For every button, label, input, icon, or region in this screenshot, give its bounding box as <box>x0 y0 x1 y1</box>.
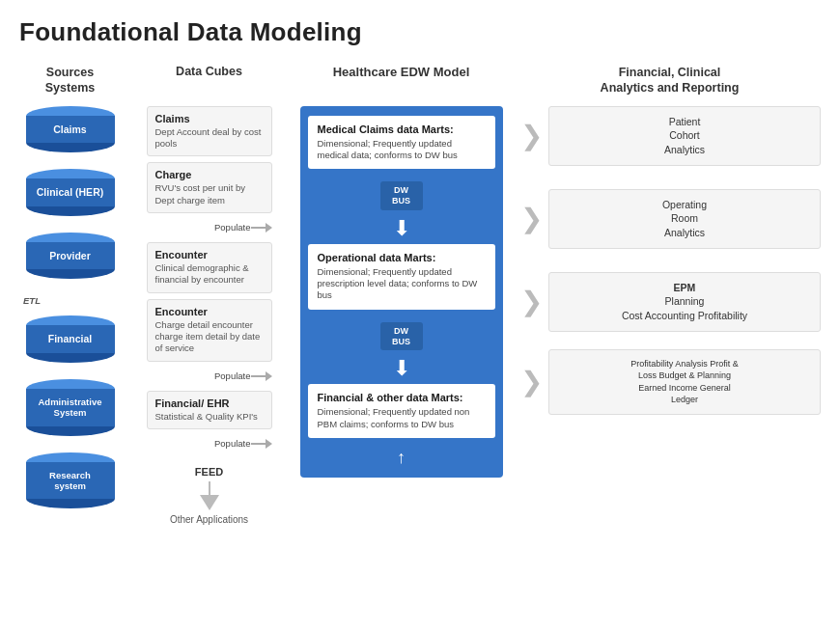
body-row: Claims Clinical (HER) Provider ETL <box>19 106 821 525</box>
cyl-top <box>26 452 115 462</box>
edw-mart-operational: Operational data Marts: Dimensional; Fre… <box>308 244 495 310</box>
header-analytics: Financial, ClinicalAnalytics and Reporti… <box>518 65 821 96</box>
dc-encounter-1: Encounter Clinical demographic & financi… <box>147 242 272 293</box>
cyl-top <box>26 106 115 116</box>
source-provider: Provider <box>26 233 115 280</box>
populate-text-3: Populate <box>214 438 251 449</box>
dw-bus-section-1: DWBUS ⬇ <box>308 178 495 241</box>
header-row: SourcesSystems Data Cubes Healthcare EDW… <box>19 65 821 96</box>
cyl-bot <box>26 206 115 216</box>
dc-claims: Claims Dept Account deal by cost pools <box>147 106 272 157</box>
dc-encounter-2: Encounter Charge detail encounter charge… <box>147 299 272 362</box>
section-sources: Claims Clinical (HER) Provider ETL <box>19 106 121 518</box>
analytics-epm: EPMPlanningCost Accounting Profitability <box>548 272 821 332</box>
edw-mart-financial-desc: Dimensional; Frequently updated non PBM … <box>318 406 486 430</box>
cyl-label-administrative: AdministrativeSystem <box>26 389 115 426</box>
page-title: Foundational Data Modeling <box>19 17 821 47</box>
dc-encounter-2-desc: Charge detail encounter charge item deta… <box>155 319 264 355</box>
dc-encounter-1-title: Encounter <box>155 249 264 260</box>
etl-row: ETL <box>19 295 121 306</box>
analytics-row-1: ❯ PatientCohortAnalytics <box>518 106 821 166</box>
feed-section: FEED Other Applications <box>147 466 272 525</box>
dc-charge-desc: RVU's cost per unit by Dept charge item <box>155 182 264 206</box>
analytics-row-2: ❯ OperatingRoomAnalytics <box>518 189 821 249</box>
analytics-arrow-2: ❯ <box>520 205 543 233</box>
cyl-bot <box>26 143 115 152</box>
analytics-row-4: ❯ Profitability Analysis Profit &Loss Bu… <box>518 349 821 415</box>
section-analytics: ❯ PatientCohortAnalytics ❯ OperatingRoom… <box>518 106 821 416</box>
dc-encounter-1-desc: Clinical demographic & financial by enco… <box>155 262 264 287</box>
source-clinical: Clinical (HER) <box>26 169 115 216</box>
feed-label: FEED <box>195 466 223 478</box>
source-research: Researchsystem <box>26 452 115 509</box>
dc-claims-title: Claims <box>155 113 264 124</box>
other-apps-label: Other Applications <box>170 514 248 525</box>
etl-label: ETL <box>23 295 41 306</box>
populate-arrow-2 <box>251 370 272 383</box>
feed-line <box>209 481 210 495</box>
cyl-label-research: Researchsystem <box>26 462 115 500</box>
cyl-label-provider: Provider <box>26 242 115 270</box>
source-claims: Claims <box>26 106 115 153</box>
feed-arrow-icon <box>200 495 219 510</box>
edw-mart-medical-title: Medical Claims data Marts: <box>318 123 486 135</box>
analytics-or: OperatingRoomAnalytics <box>548 189 821 249</box>
populate-arrow-3 <box>251 437 272 451</box>
analytics-patient: PatientCohortAnalytics <box>548 106 821 166</box>
edw-container: Medical Claims data Marts: Dimensional; … <box>300 106 503 479</box>
dc-financial-ehr: Financial/ EHR Statistical & Quality KPI… <box>147 391 272 429</box>
populate-text-2: Populate <box>214 370 251 381</box>
analytics-arrow-4: ❯ <box>520 369 543 396</box>
dc-financial-ehr-desc: Statistical & Quality KPI's <box>155 411 264 423</box>
dw-bus-section-2: DWBUS ⬇ <box>308 318 495 382</box>
down-arrow-1: ⬇ <box>393 216 410 241</box>
cyl-label-clinical: Clinical (HER) <box>26 178 115 206</box>
dw-bus-1: DWBUS <box>380 181 423 210</box>
cyl-top <box>26 315 115 325</box>
dc-claims-desc: Dept Account deal by cost pools <box>155 126 264 151</box>
dw-bus-2: DWBUS <box>380 322 423 351</box>
source-financial: Financial <box>26 315 115 363</box>
cyl-bot <box>26 353 115 363</box>
source-cylinders: Claims Clinical (HER) Provider ETL <box>19 106 121 518</box>
header-sources: SourcesSystems <box>19 65 121 96</box>
analytics-arrow-3: ❯ <box>520 288 543 315</box>
populate-label-1: Populate <box>147 221 272 234</box>
down-arrow-2: ⬇ <box>393 356 410 381</box>
edw-mart-operational-title: Operational data Marts: <box>318 252 486 263</box>
header-edw: Healthcare EDW Model <box>297 65 505 96</box>
edw-mart-financial-title: Financial & other data Marts: <box>318 392 486 403</box>
page: Foundational Data Modeling SourcesSystem… <box>0 0 840 630</box>
header-datacubes: Data Cubes <box>134 65 284 96</box>
up-arrow-section: ↑ <box>308 448 495 468</box>
cyl-label-claims: Claims <box>26 116 115 144</box>
cyl-bot <box>26 499 115 508</box>
source-administrative: AdministrativeSystem <box>26 379 115 436</box>
populate-text-1: Populate <box>214 222 251 233</box>
cyl-bot <box>26 426 115 436</box>
section-datacubes: Claims Dept Account deal by cost pools C… <box>134 106 284 525</box>
edw-mart-operational-desc: Dimensional; Frequently updated prescrip… <box>318 266 486 302</box>
analytics-list: ❯ PatientCohortAnalytics ❯ OperatingRoom… <box>518 106 821 416</box>
dc-charge: Charge RVU's cost per unit by Dept charg… <box>147 162 272 213</box>
cyl-bot <box>26 269 115 279</box>
analytics-row-3: ❯ EPMPlanningCost Accounting Profitabili… <box>518 272 821 332</box>
dc-encounter-2-title: Encounter <box>155 306 264 317</box>
analytics-profitability: Profitability Analysis Profit &Loss Budg… <box>548 349 821 415</box>
populate-label-3: Populate <box>147 437 272 451</box>
edw-mart-medical: Medical Claims data Marts: Dimensional; … <box>308 116 495 170</box>
cyl-label-financial: Financial <box>26 325 115 353</box>
section-edw: Medical Claims data Marts: Dimensional; … <box>297 106 505 479</box>
datacube-list: Claims Dept Account deal by cost pools C… <box>147 106 272 525</box>
edw-mart-financial: Financial & other data Marts: Dimensiona… <box>308 384 495 438</box>
populate-arrow-1 <box>251 221 272 234</box>
dc-financial-ehr-title: Financial/ EHR <box>155 397 264 409</box>
analytics-arrow-1: ❯ <box>520 123 543 150</box>
edw-mart-medical-desc: Dimensional; Frequently updated medical … <box>318 138 486 162</box>
populate-label-2: Populate <box>147 370 272 383</box>
cyl-top <box>26 233 115 242</box>
up-arrow-icon: ↑ <box>397 448 406 468</box>
dc-charge-title: Charge <box>155 169 264 180</box>
cyl-top <box>26 379 115 389</box>
cyl-top <box>26 169 115 178</box>
